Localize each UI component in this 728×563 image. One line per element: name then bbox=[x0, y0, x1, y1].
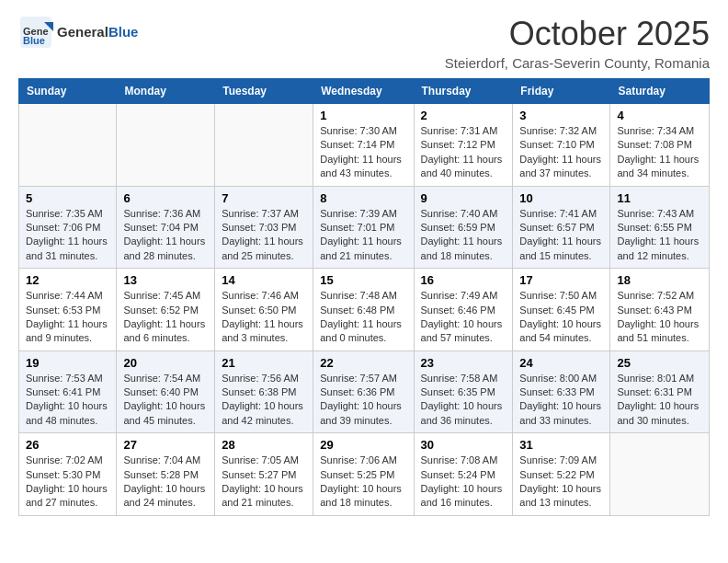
day-info: Sunrise: 8:00 AM Sunset: 6:33 PM Dayligh… bbox=[519, 372, 603, 429]
day-info: Sunrise: 7:35 AM Sunset: 7:06 PM Dayligh… bbox=[26, 207, 109, 264]
day-cell: 27Sunrise: 7:04 AM Sunset: 5:28 PM Dayli… bbox=[117, 433, 215, 516]
logo-blue-text: Blue bbox=[108, 24, 139, 40]
day-cell: 7Sunrise: 7:37 AM Sunset: 7:03 PM Daylig… bbox=[215, 186, 313, 269]
day-info: Sunrise: 7:54 AM Sunset: 6:40 PM Dayligh… bbox=[123, 372, 208, 429]
day-info: Sunrise: 7:46 AM Sunset: 6:50 PM Dayligh… bbox=[222, 289, 306, 346]
day-cell: 26Sunrise: 7:02 AM Sunset: 5:30 PM Dayli… bbox=[19, 433, 117, 516]
col-saturday: Saturday bbox=[610, 79, 710, 104]
day-cell: 22Sunrise: 7:57 AM Sunset: 6:36 PM Dayli… bbox=[313, 350, 414, 433]
day-number: 17 bbox=[519, 273, 603, 287]
day-info: Sunrise: 7:40 AM Sunset: 6:59 PM Dayligh… bbox=[421, 207, 506, 264]
day-cell: 15Sunrise: 7:48 AM Sunset: 6:48 PM Dayli… bbox=[313, 269, 414, 351]
week-row-5: 26Sunrise: 7:02 AM Sunset: 5:30 PM Dayli… bbox=[19, 433, 710, 516]
day-info: Sunrise: 7:56 AM Sunset: 6:38 PM Dayligh… bbox=[222, 372, 306, 429]
day-cell: 30Sunrise: 7:08 AM Sunset: 5:24 PM Dayli… bbox=[414, 433, 513, 516]
col-tuesday: Tuesday bbox=[215, 79, 313, 104]
day-number: 2 bbox=[421, 109, 506, 122]
day-number: 20 bbox=[123, 356, 208, 370]
col-sunday: Sunday bbox=[19, 79, 117, 104]
day-info: Sunrise: 7:53 AM Sunset: 6:41 PM Dayligh… bbox=[26, 372, 109, 429]
day-number: 10 bbox=[519, 191, 603, 205]
day-info: Sunrise: 7:31 AM Sunset: 7:12 PM Dayligh… bbox=[421, 124, 506, 181]
day-cell: 4Sunrise: 7:34 AM Sunset: 7:08 PM Daylig… bbox=[610, 104, 710, 187]
day-number: 29 bbox=[320, 438, 406, 452]
day-cell: 28Sunrise: 7:05 AM Sunset: 5:27 PM Dayli… bbox=[215, 433, 313, 516]
day-number: 23 bbox=[421, 356, 506, 370]
page-container: Gene Blue GeneralBlue October 2025 Steie… bbox=[0, 0, 728, 534]
day-number: 8 bbox=[320, 191, 406, 205]
day-number: 25 bbox=[617, 356, 702, 370]
day-cell: 11Sunrise: 7:43 AM Sunset: 6:55 PM Dayli… bbox=[610, 186, 710, 269]
day-number: 28 bbox=[222, 438, 306, 452]
day-info: Sunrise: 7:48 AM Sunset: 6:48 PM Dayligh… bbox=[320, 289, 406, 346]
day-info: Sunrise: 7:43 AM Sunset: 6:55 PM Dayligh… bbox=[617, 207, 702, 264]
day-number: 12 bbox=[26, 273, 109, 287]
week-row-4: 19Sunrise: 7:53 AM Sunset: 6:41 PM Dayli… bbox=[19, 350, 710, 433]
day-number: 1 bbox=[320, 109, 406, 122]
day-info: Sunrise: 7:32 AM Sunset: 7:10 PM Dayligh… bbox=[519, 124, 603, 181]
day-cell: 20Sunrise: 7:54 AM Sunset: 6:40 PM Dayli… bbox=[117, 350, 215, 433]
day-info: Sunrise: 7:58 AM Sunset: 6:35 PM Dayligh… bbox=[421, 372, 506, 429]
day-info: Sunrise: 7:49 AM Sunset: 6:46 PM Dayligh… bbox=[421, 289, 506, 346]
day-number: 15 bbox=[320, 273, 406, 287]
day-info: Sunrise: 7:09 AM Sunset: 5:22 PM Dayligh… bbox=[519, 454, 603, 511]
day-cell bbox=[19, 104, 117, 187]
day-info: Sunrise: 7:52 AM Sunset: 6:43 PM Dayligh… bbox=[617, 289, 702, 346]
location: Steierdorf, Caras-Severin County, Romani… bbox=[445, 55, 710, 71]
month-title: October 2025 bbox=[445, 15, 710, 53]
day-cell: 25Sunrise: 8:01 AM Sunset: 6:31 PM Dayli… bbox=[610, 350, 710, 433]
day-cell bbox=[610, 433, 710, 516]
day-number: 11 bbox=[617, 191, 702, 205]
week-row-2: 5Sunrise: 7:35 AM Sunset: 7:06 PM Daylig… bbox=[19, 186, 710, 269]
calendar-table: Sunday Monday Tuesday Wednesday Thursday… bbox=[18, 78, 710, 516]
logo: Gene Blue GeneralBlue bbox=[18, 15, 138, 50]
day-cell: 12Sunrise: 7:44 AM Sunset: 6:53 PM Dayli… bbox=[19, 269, 117, 351]
day-number: 30 bbox=[421, 438, 506, 452]
day-number: 22 bbox=[320, 356, 406, 370]
col-friday: Friday bbox=[513, 79, 610, 104]
day-info: Sunrise: 7:45 AM Sunset: 6:52 PM Dayligh… bbox=[123, 289, 208, 346]
day-info: Sunrise: 7:05 AM Sunset: 5:27 PM Dayligh… bbox=[222, 454, 306, 511]
day-info: Sunrise: 7:02 AM Sunset: 5:30 PM Dayligh… bbox=[26, 454, 109, 511]
logo-general-text: General bbox=[57, 24, 108, 40]
day-cell: 23Sunrise: 7:58 AM Sunset: 6:35 PM Dayli… bbox=[414, 350, 513, 433]
day-cell: 1Sunrise: 7:30 AM Sunset: 7:14 PM Daylig… bbox=[313, 104, 414, 187]
day-info: Sunrise: 7:39 AM Sunset: 7:01 PM Dayligh… bbox=[320, 207, 406, 264]
day-cell: 18Sunrise: 7:52 AM Sunset: 6:43 PM Dayli… bbox=[610, 269, 710, 351]
day-number: 19 bbox=[26, 356, 109, 370]
day-number: 4 bbox=[617, 109, 702, 122]
day-number: 26 bbox=[26, 438, 109, 452]
day-info: Sunrise: 7:34 AM Sunset: 7:08 PM Dayligh… bbox=[617, 124, 702, 181]
day-number: 9 bbox=[421, 191, 506, 205]
day-cell: 13Sunrise: 7:45 AM Sunset: 6:52 PM Dayli… bbox=[117, 269, 215, 351]
day-info: Sunrise: 7:08 AM Sunset: 5:24 PM Dayligh… bbox=[421, 454, 506, 511]
col-thursday: Thursday bbox=[414, 79, 513, 104]
header-row: Sunday Monday Tuesday Wednesday Thursday… bbox=[19, 79, 710, 104]
day-info: Sunrise: 7:41 AM Sunset: 6:57 PM Dayligh… bbox=[519, 207, 603, 264]
day-cell: 2Sunrise: 7:31 AM Sunset: 7:12 PM Daylig… bbox=[414, 104, 513, 187]
day-cell bbox=[215, 104, 313, 187]
logo-icon: Gene Blue bbox=[18, 15, 53, 50]
day-number: 16 bbox=[421, 273, 506, 287]
header: Gene Blue GeneralBlue October 2025 Steie… bbox=[18, 15, 710, 71]
day-cell: 17Sunrise: 7:50 AM Sunset: 6:45 PM Dayli… bbox=[513, 269, 610, 351]
day-info: Sunrise: 7:57 AM Sunset: 6:36 PM Dayligh… bbox=[320, 372, 406, 429]
day-info: Sunrise: 7:37 AM Sunset: 7:03 PM Dayligh… bbox=[222, 207, 306, 264]
day-cell: 8Sunrise: 7:39 AM Sunset: 7:01 PM Daylig… bbox=[313, 186, 414, 269]
day-info: Sunrise: 7:50 AM Sunset: 6:45 PM Dayligh… bbox=[519, 289, 603, 346]
day-info: Sunrise: 7:30 AM Sunset: 7:14 PM Dayligh… bbox=[320, 124, 406, 181]
day-number: 31 bbox=[519, 438, 603, 452]
day-number: 21 bbox=[222, 356, 306, 370]
day-number: 18 bbox=[617, 273, 702, 287]
day-cell: 19Sunrise: 7:53 AM Sunset: 6:41 PM Dayli… bbox=[19, 350, 117, 433]
day-cell: 31Sunrise: 7:09 AM Sunset: 5:22 PM Dayli… bbox=[513, 433, 610, 516]
day-number: 3 bbox=[519, 109, 603, 122]
day-cell: 21Sunrise: 7:56 AM Sunset: 6:38 PM Dayli… bbox=[215, 350, 313, 433]
col-monday: Monday bbox=[117, 79, 215, 104]
day-cell: 9Sunrise: 7:40 AM Sunset: 6:59 PM Daylig… bbox=[414, 186, 513, 269]
day-info: Sunrise: 7:44 AM Sunset: 6:53 PM Dayligh… bbox=[26, 289, 109, 346]
day-info: Sunrise: 7:36 AM Sunset: 7:04 PM Dayligh… bbox=[123, 207, 208, 264]
day-number: 14 bbox=[222, 273, 306, 287]
svg-text:Blue: Blue bbox=[23, 35, 45, 46]
day-cell: 29Sunrise: 7:06 AM Sunset: 5:25 PM Dayli… bbox=[313, 433, 414, 516]
